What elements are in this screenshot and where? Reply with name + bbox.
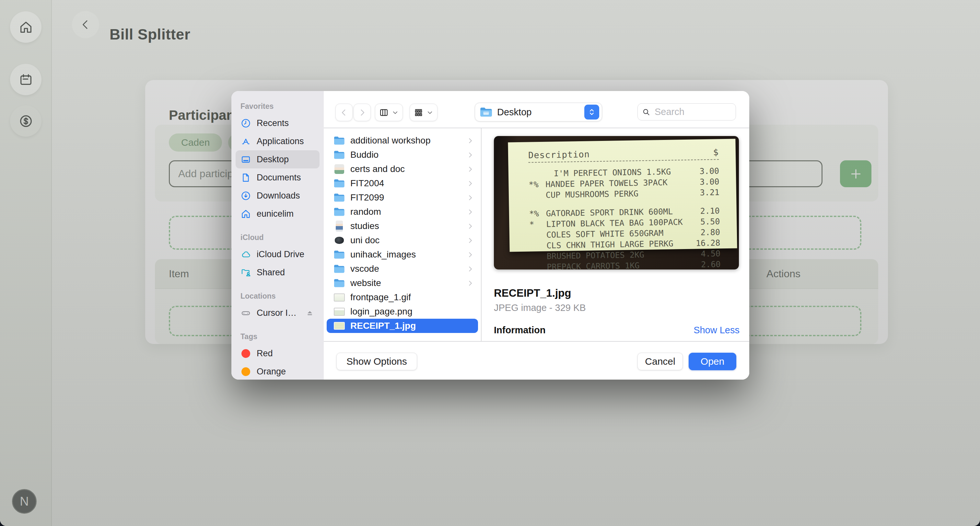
screen: N Bill Splitter Participants CadenD Item… <box>0 0 980 526</box>
sidebar-item-cursor-in[interactable]: Cursor In... <box>235 304 320 322</box>
information-heading: Information <box>494 325 546 335</box>
file-row-receipt-1-jpg[interactable]: RECEIPT_1.jpg <box>327 319 478 333</box>
preview-pane: Description$I'M PERFECT ONIONS 1.5KG3.00… <box>482 128 749 341</box>
show-options-button[interactable]: Show Options <box>336 353 417 370</box>
history-forward-button[interactable] <box>353 104 371 121</box>
sidebar-item-label: Shared <box>257 267 285 278</box>
file-row-fit2099[interactable]: FIT2099 <box>327 191 478 205</box>
search-input[interactable] <box>654 106 732 118</box>
file-row-uni-doc[interactable]: uni doc <box>327 233 478 248</box>
show-less-link[interactable]: Show Less <box>694 325 740 335</box>
sidebar-section-tags: TagsRedOrangeYellow <box>231 332 324 380</box>
receipt-header-dollar: $ <box>713 147 719 157</box>
sidebar-item-icloud-drive[interactable]: iCloud Drive <box>235 245 320 263</box>
file-row-website[interactable]: website <box>327 276 478 290</box>
chevron-right-icon <box>466 208 474 216</box>
file-name: login_page.png <box>350 307 412 317</box>
image-png-icon <box>333 308 345 316</box>
receipt-icon <box>333 322 345 330</box>
location-dropdown-label: Desktop <box>497 107 531 118</box>
file-row-vscode[interactable]: vscode <box>327 262 478 276</box>
file-row-studies[interactable]: studies <box>327 219 478 233</box>
sidebar-item-label: Red <box>257 348 273 359</box>
file-name: frontpage_1.gif <box>350 292 411 302</box>
receipt-line-price: 2.80 <box>700 227 720 238</box>
chevron-right-icon <box>357 108 367 118</box>
sidebar-item-desktop[interactable]: Desktop <box>235 150 320 168</box>
folder-icon <box>333 178 345 188</box>
folder-icon <box>333 278 345 288</box>
sidebar-item-applications[interactable]: Applications <box>235 132 320 150</box>
file-name: FIT2004 <box>350 178 384 189</box>
receipt-line-price: 3.21 <box>700 187 719 198</box>
receipt-header: Description$ <box>528 147 719 163</box>
search-field <box>638 103 736 121</box>
chevron-right-icon <box>466 279 474 287</box>
receipt-line-price: 5.50 <box>700 216 720 227</box>
appstore-icon <box>240 136 251 147</box>
sidebar-section-title: Favorites <box>240 102 315 111</box>
receipt-preview-image: Description$I'M PERFECT ONIONS 1.5KG3.00… <box>494 136 739 270</box>
file-row-additional-workshop[interactable]: additional workshop <box>327 133 478 148</box>
custom-unidoc-icon <box>333 237 345 244</box>
chevron-right-icon <box>466 137 474 145</box>
receipt-line-price: 4.50 <box>701 248 721 259</box>
receipt-line-name: HANDEE PAPER TOWELS 3PACK <box>546 177 668 190</box>
custom-folder-icon <box>334 164 344 174</box>
folder-icon <box>333 136 345 145</box>
column-view-icon <box>379 108 389 118</box>
folder-icon <box>333 150 345 160</box>
history-back-button[interactable] <box>336 104 353 121</box>
file-name: website <box>350 278 381 288</box>
file-row-certs-and-doc[interactable]: certs and doc <box>327 162 478 176</box>
orange-tag-dot <box>242 367 250 376</box>
file-row-random[interactable]: random <box>327 205 478 219</box>
preview-file-name: RECEIPT_1.jpg <box>494 287 743 299</box>
file-row-frontpage-1-gif[interactable]: frontpage_1.gif <box>327 290 478 305</box>
group-view-button[interactable] <box>410 104 438 121</box>
file-row-login-page-png[interactable]: login_page.png <box>327 305 478 319</box>
cancel-button[interactable]: Cancel <box>638 353 683 370</box>
file-row-unihack-images[interactable]: unihack_images <box>327 248 478 262</box>
sidebar-item-label: Applications <box>257 137 304 146</box>
receipt-thumbnail <box>334 322 345 330</box>
chevron-right-icon <box>466 151 474 159</box>
receipt-line-name: CUP MUSHROOMS PERKG <box>546 188 638 200</box>
chevron-right-icon <box>466 265 474 273</box>
sidebar-item-recents[interactable]: Recents <box>235 114 320 132</box>
column-view-button[interactable] <box>375 104 403 121</box>
folder-icon <box>333 250 345 259</box>
open-button[interactable]: Open <box>689 353 736 370</box>
receipt-line-name: PREPACK CARROTS 1KG <box>547 260 640 270</box>
file-row-fit2004[interactable]: FIT2004 <box>327 176 478 191</box>
sidebar-item-shared[interactable]: Shared <box>235 263 320 281</box>
chevron-right-icon <box>466 165 474 173</box>
file-row-buddio[interactable]: Buddio <box>327 148 478 162</box>
sidebar-section-title: iCloud <box>240 233 315 242</box>
location-dropdown[interactable]: Desktop <box>475 103 602 121</box>
sidebar-item-eunicelim[interactable]: eunicelim <box>235 205 320 223</box>
sidebar-item-label: Downloads <box>257 191 300 201</box>
file-name: studies <box>350 221 379 231</box>
chevron-right-icon <box>466 194 474 202</box>
file-list: additional workshopBuddiocerts and docFI… <box>324 128 482 341</box>
folder-icon <box>333 207 345 217</box>
sidebar-item-red[interactable]: Red <box>235 344 320 362</box>
dialog-footer: Show Options Cancel Open <box>324 341 749 380</box>
file-name: unihack_images <box>350 249 416 260</box>
file-open-dialog: FavoritesRecentsApplicationsDesktopDocum… <box>231 91 749 380</box>
sidebar-item-orange[interactable]: Orange <box>235 362 320 380</box>
sidebar-item-documents[interactable]: Documents <box>235 168 320 187</box>
receipt-line-marker: *% <box>529 208 546 219</box>
receipt-line-price: 2.10 <box>700 205 720 216</box>
receipt-line-marker: *% <box>528 179 546 190</box>
image-thumbnail <box>334 294 345 302</box>
eject-icon[interactable] <box>305 308 315 318</box>
file-name: random <box>350 207 381 217</box>
receipt-line-price: 2.60 <box>701 259 721 270</box>
home-icon <box>240 208 251 219</box>
file-name: certs and doc <box>350 164 405 174</box>
sharedfolder-icon <box>240 267 251 278</box>
finder-sidebar: FavoritesRecentsApplicationsDesktopDocum… <box>231 91 324 380</box>
sidebar-item-downloads[interactable]: Downloads <box>235 187 320 205</box>
